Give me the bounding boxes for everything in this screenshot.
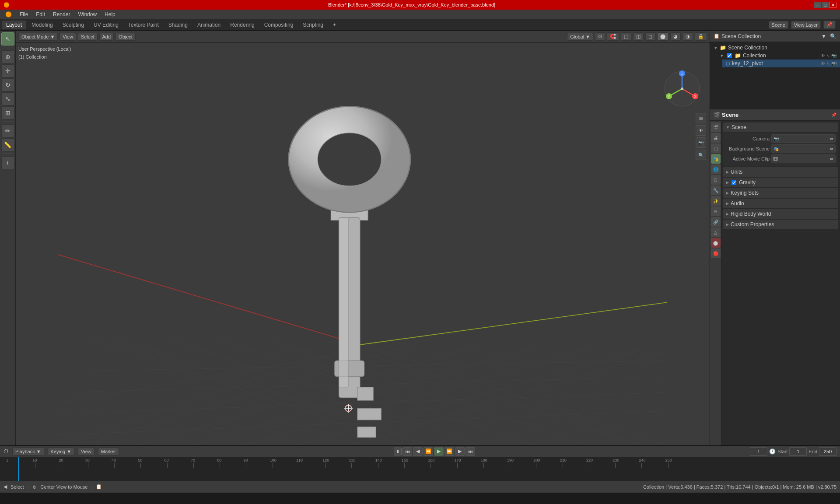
menu-edit[interactable]: Edit <box>32 10 49 18</box>
viewport-3d[interactable]: User Perspective (Local) (1) Collection … <box>16 43 710 445</box>
current-frame[interactable]: 1 <box>750 447 767 456</box>
timeline-ruler[interactable]: 1102030405060708090100110120130140150160… <box>0 457 840 481</box>
nav-gizmo[interactable]: Z X Y <box>662 69 702 108</box>
next-frame-btn[interactable]: ▶ <box>455 447 465 456</box>
viewport-lock[interactable]: 🔒 <box>695 32 707 41</box>
proportional-editing[interactable]: ⊙ <box>595 32 605 41</box>
shading-wireframe[interactable]: ◻ <box>645 32 655 41</box>
tab-data[interactable]: △ <box>711 228 721 237</box>
menu-window[interactable]: Window <box>74 10 100 18</box>
tool-annotate[interactable]: ✏ <box>1 124 14 137</box>
tab-physics[interactable]: ⚛ <box>711 206 721 216</box>
prev-keyframe-btn[interactable]: ⏪ <box>424 447 433 456</box>
start-frame[interactable]: 1 <box>789 447 807 456</box>
global-local-toggle[interactable]: Global ▼ <box>567 33 593 41</box>
menu-help[interactable]: Help <box>101 10 119 18</box>
tab-constraints[interactable]: 🔗 <box>711 217 721 227</box>
end-frame[interactable]: 250 <box>819 447 836 456</box>
maximize-button[interactable]: □ <box>822 2 829 8</box>
tab-shading[interactable]: Shading <box>164 21 192 29</box>
prev-frame-btn[interactable]: ◀ <box>413 447 423 456</box>
select-icon[interactable]: ↖ <box>826 53 830 58</box>
tab-layout[interactable]: Layout <box>2 21 26 29</box>
viewport-tool-search[interactable]: 🔍 <box>696 150 706 160</box>
shading-material[interactable]: ◕ <box>670 32 681 41</box>
tab-particles[interactable]: ✨ <box>711 196 721 206</box>
tab-sculpting[interactable]: Sculpting <box>58 21 88 29</box>
tab-world[interactable]: 🌐 <box>711 164 721 174</box>
viewport-tool-look[interactable]: 👁 <box>696 125 706 136</box>
tab-animation[interactable]: Animation <box>193 21 225 29</box>
section-rigid-body-header[interactable]: ▶ Rigid Body World <box>723 209 838 219</box>
timeline-view-menu[interactable]: View <box>78 448 94 455</box>
tool-scale[interactable]: ⤡ <box>1 92 14 105</box>
jump-start-btn[interactable]: ⏮ <box>402 447 412 456</box>
viewport-tool-grid[interactable]: ⊞ <box>696 113 706 123</box>
outliner-object-key[interactable]: ⬡ key_12_pivot 👁 ↖ 📷 <box>722 60 840 67</box>
xray-toggle[interactable]: ◫ <box>633 32 644 41</box>
shading-render[interactable]: ◑ <box>682 32 693 41</box>
timeline-marker-menu[interactable]: Marker <box>98 448 119 455</box>
obj-eye-icon[interactable]: 👁 <box>821 61 825 66</box>
tab-object[interactable]: ⬡ <box>711 175 721 185</box>
section-units-header[interactable]: ▶ Units <box>723 167 838 177</box>
bg-scene-value[interactable]: 🎭 ✏ <box>771 144 836 153</box>
select-menu[interactable]: Select <box>78 33 98 41</box>
pin-scene[interactable]: 📌 <box>823 21 836 29</box>
outliner-scene-collection[interactable]: ▼ 📁 Scene Collection <box>710 44 840 52</box>
menu-render[interactable]: Render <box>49 10 74 18</box>
tab-add[interactable]: + <box>329 21 340 29</box>
tab-shader[interactable]: 🔴 <box>711 248 721 258</box>
play-btn[interactable]: ▶ <box>434 447 444 456</box>
tab-scene[interactable]: 🎭 <box>711 154 721 164</box>
tab-render[interactable]: 🎬 <box>711 122 721 132</box>
camera-value[interactable]: 📷 ✏ <box>771 134 836 143</box>
play-pause-btn[interactable]: ⏸ <box>394 448 402 455</box>
section-custom-props-header[interactable]: ▶ Custom Properties <box>723 220 838 229</box>
tab-view-layer[interactable]: ⬚ <box>711 144 721 153</box>
tab-rendering[interactable]: Rendering <box>226 21 259 29</box>
gravity-checkbox[interactable] <box>732 180 736 185</box>
outliner-search-icon[interactable]: 🔍 <box>830 33 836 39</box>
close-button[interactable]: ✕ <box>830 2 836 8</box>
outliner-collection[interactable]: ▼ 📁 Collection 👁 ↖ 📷 <box>716 52 840 60</box>
section-keying-sets-header[interactable]: ▶ Keying Sets <box>723 188 838 198</box>
tool-rotate[interactable]: ↻ <box>1 78 14 91</box>
tab-compositing[interactable]: Compositing <box>260 21 298 29</box>
tool-select[interactable]: ↖ <box>1 32 14 46</box>
add-menu[interactable]: Add <box>99 33 114 41</box>
object-menu[interactable]: Object <box>116 33 136 41</box>
properties-pin[interactable]: 📌 <box>831 112 836 117</box>
section-audio-header[interactable]: ▶ Audio <box>723 199 838 208</box>
section-scene-header[interactable]: ▼ Scene <box>723 122 838 132</box>
movie-clip-value[interactable]: 🎞 ✏ <box>771 154 836 163</box>
outliner-filter-icon[interactable]: ▼ <box>821 33 826 39</box>
scene-selector[interactable]: Scene <box>769 21 788 29</box>
obj-select-icon[interactable]: ↖ <box>826 61 830 66</box>
playback-menu[interactable]: Playback ▼ <box>12 448 44 455</box>
view-layer-selector[interactable]: View Layer <box>791 21 821 29</box>
section-gravity-header[interactable]: ▶ Gravity <box>723 178 838 187</box>
tool-cursor[interactable]: ⊕ <box>1 50 14 63</box>
tab-output[interactable]: 🖨 <box>711 133 721 143</box>
eye-icon[interactable]: 👁 <box>821 53 825 58</box>
shading-solid[interactable]: ⬤ <box>657 32 668 41</box>
tab-texture-paint[interactable]: Texture Paint <box>124 21 163 29</box>
overlay-toggle[interactable]: ⬚ <box>621 32 631 41</box>
tool-measure[interactable]: 📏 <box>1 138 14 151</box>
next-keyframe-btn[interactable]: ⏩ <box>444 447 454 456</box>
minimize-button[interactable]: ─ <box>814 2 821 8</box>
tool-move[interactable]: ✛ <box>1 64 14 77</box>
tab-material[interactable]: ⬤ <box>711 238 721 248</box>
tab-modifier[interactable]: 🔧 <box>711 186 721 195</box>
tab-scripting[interactable]: Scripting <box>298 21 328 29</box>
menu-blender[interactable]: 🟠 <box>2 10 15 18</box>
collection-visibility[interactable] <box>727 53 732 58</box>
jump-end-btn[interactable]: ⏭ <box>466 447 475 456</box>
keying-menu[interactable]: Keying ▼ <box>48 448 75 455</box>
view-menu[interactable]: View <box>60 33 76 41</box>
tool-add[interactable]: + <box>1 156 14 169</box>
tab-uv-editing[interactable]: UV Editing <box>89 21 123 29</box>
tool-transform[interactable]: ⊞ <box>1 106 14 119</box>
snap-toggle[interactable]: 🧲 <box>607 32 619 41</box>
